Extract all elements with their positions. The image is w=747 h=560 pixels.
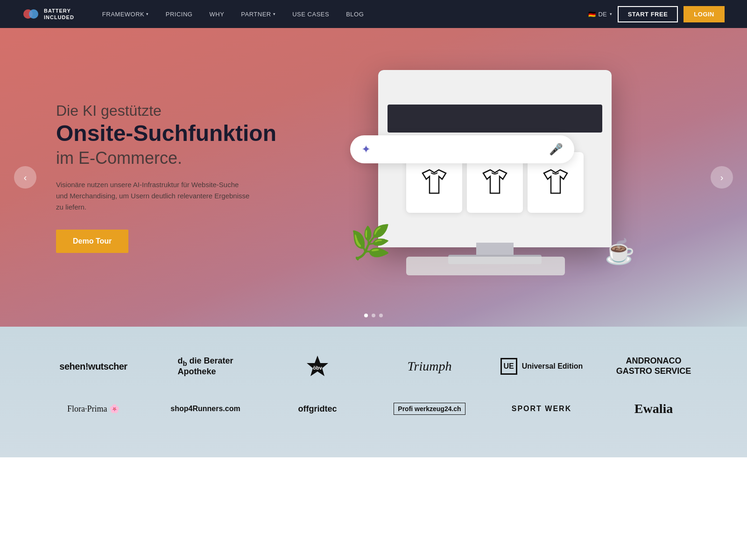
logos-row-1: sehen!wutscher db die BeraterApotheke öb… xyxy=(37,355,710,378)
svg-text:öbv: öbv xyxy=(313,365,322,371)
logo-icon xyxy=(22,6,39,22)
logo-andronaco: ANDRONACOGASTRO SERVICE xyxy=(598,356,710,376)
login-button[interactable]: LOGIN xyxy=(684,6,725,22)
chevron-down-icon: ▾ xyxy=(610,12,612,16)
shirt-icon-1 xyxy=(418,166,451,199)
hero-section: ‹ Die KI gestützte Onsite-Suchfunktion i… xyxy=(0,28,747,327)
logo-shop4runners: shop4Runners.com xyxy=(149,405,261,413)
nav-blog[interactable]: BLOG xyxy=(346,11,364,18)
logo-berater-apotheke: db die BeraterApotheke xyxy=(149,356,261,377)
svg-point-1 xyxy=(29,9,38,19)
logo-wutscher: sehen!wutscher xyxy=(37,361,149,372)
navbar-actions: 🇩🇪 DE ▾ START FREE LOGIN xyxy=(588,6,725,22)
logo[interactable]: BATTERY INCLUDED xyxy=(22,6,74,22)
logos-row-2: Flora·Prima 🌸 shop4Runners.com offgridte… xyxy=(37,401,710,416)
shirt-icon-2 xyxy=(479,166,511,199)
hero-title2: im E-Commerce. xyxy=(56,148,299,168)
sparkle-icon: ✦ xyxy=(361,143,371,156)
search-bar-overlay[interactable]: ✦ 🎤 xyxy=(350,135,574,163)
language-selector[interactable]: 🇩🇪 DE ▾ xyxy=(588,11,612,18)
nav-use-cases[interactable]: USE CASES xyxy=(292,11,329,18)
carousel-dot-3[interactable] xyxy=(379,314,383,317)
carousel-prev-button[interactable]: ‹ xyxy=(14,166,36,189)
brand-name: BATTERY INCLUDED xyxy=(44,7,74,21)
mug-decoration: ☕ xyxy=(605,238,635,266)
logos-section: sehen!wutscher db die BeraterApotheke öb… xyxy=(0,327,747,457)
navbar: BATTERY INCLUDED FRAMEWORK ▾ PRICING WHY… xyxy=(0,0,747,28)
nav-framework[interactable]: FRAMEWORK ▾ xyxy=(102,11,149,18)
chevron-down-icon: ▾ xyxy=(146,12,149,16)
carousel-dot-1[interactable] xyxy=(364,314,368,317)
nav-partner[interactable]: PARTNER ▾ xyxy=(241,11,275,18)
logo-obv: öbv xyxy=(261,355,374,378)
hero-content: Die KI gestützte Onsite-Suchfunktion im … xyxy=(56,102,299,253)
obv-star-icon: öbv xyxy=(306,355,329,378)
nav-why[interactable]: WHY xyxy=(209,11,224,18)
logo-profi: Profi werkzeug24.ch xyxy=(374,403,486,415)
logo-ewalia: Ewalia xyxy=(598,401,710,416)
shirt-icon-3 xyxy=(539,166,572,199)
nav-menu: FRAMEWORK ▾ PRICING WHY PARTNER ▾ USE CA… xyxy=(102,11,588,18)
keyboard xyxy=(406,257,565,275)
carousel-dots xyxy=(364,314,383,317)
chevron-down-icon: ▾ xyxy=(273,12,276,16)
logo-offgridtec: offgridtec xyxy=(261,404,374,414)
monitor-container: ✦ 🎤 xyxy=(359,70,630,285)
hero-title: Onsite-Suchfunktion xyxy=(56,121,299,146)
logo-flora-prima: Flora·Prima 🌸 xyxy=(37,404,149,414)
logo-universal-edition: UE Universal Edition xyxy=(486,358,598,375)
hero-visual: ✦ 🎤 xyxy=(299,70,691,285)
hero-subtitle: Die KI gestützte xyxy=(56,102,299,119)
demo-tour-button[interactable]: Demo Tour xyxy=(56,230,128,253)
microphone-icon: 🎤 xyxy=(549,143,563,156)
plant-decoration: 🌿 xyxy=(350,223,391,261)
carousel-next-button[interactable]: › xyxy=(711,166,733,189)
nav-pricing[interactable]: PRICING xyxy=(166,11,193,18)
hero-description: Visionäre nutzen unsere AI-Infrastruktur… xyxy=(56,179,252,213)
logo-triumph: Triumph xyxy=(374,359,486,374)
logo-sport-werk: SPORT WERK xyxy=(486,405,598,413)
start-free-button[interactable]: START FREE xyxy=(618,6,678,22)
carousel-dot-2[interactable] xyxy=(372,314,375,317)
